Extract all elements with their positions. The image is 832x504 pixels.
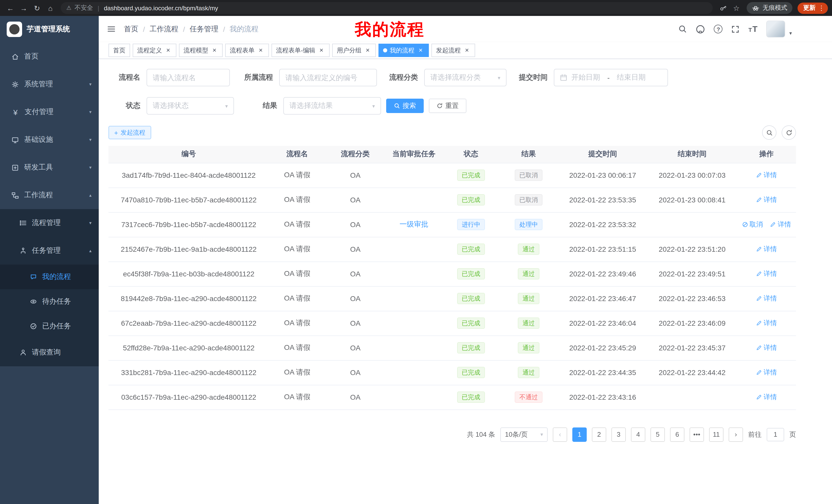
table-row[interactable]: 3ad174fb-7b9d-11ec-8404-acde48001122 OA … (108, 163, 796, 188)
close-icon[interactable]: × (211, 47, 218, 54)
detail-link[interactable]: 详情 (756, 343, 777, 353)
prev-page-button[interactable]: ‹ (553, 427, 567, 442)
goto-page-input[interactable] (767, 428, 784, 441)
sidebar-item-infrastructure[interactable]: 基础设施 ▾ (0, 126, 99, 153)
bookmark-star-icon[interactable]: ☆ (730, 2, 743, 14)
next-page-button[interactable]: › (729, 427, 743, 442)
table-row[interactable]: 2152467e-7b9b-11ec-9a1b-acde48001122 OA … (108, 237, 796, 261)
breadcrumb-home[interactable]: 首页 (124, 24, 138, 34)
sidebar-item-process-management[interactable]: 流程管理 ▾ (0, 209, 99, 237)
submit-time-range-picker[interactable]: 开始日期 - 结束日期 (554, 69, 668, 86)
cancel-link[interactable]: 取消 (742, 220, 763, 229)
help-icon[interactable]: ? (714, 25, 723, 33)
search-icon[interactable] (678, 25, 687, 33)
tab[interactable]: 流程表单-编辑 × (271, 44, 330, 57)
close-icon[interactable]: × (164, 47, 172, 54)
close-icon[interactable]: × (257, 47, 264, 54)
page-button[interactable]: 4 (631, 427, 645, 442)
detail-link[interactable]: 详情 (756, 269, 777, 278)
parent-process-input[interactable] (279, 69, 377, 86)
tab[interactable]: 首页 × (108, 44, 130, 57)
table-row[interactable]: ec45f38f-7b9a-11ec-b03b-acde48001122 OA … (108, 261, 796, 286)
font-size-icon[interactable]: TT (749, 24, 757, 34)
page-button[interactable]: 6 (670, 427, 684, 442)
breadcrumb-workflow[interactable]: 工作流程 (150, 24, 178, 34)
detail-link[interactable]: 详情 (756, 318, 777, 328)
tab[interactable]: 用户分组 × (332, 44, 376, 57)
github-icon[interactable] (696, 24, 705, 34)
page-button[interactable]: ••• (690, 427, 704, 442)
sidebar-item-payment[interactable]: ¥ 支付管理 ▾ (0, 98, 99, 126)
cancel-icon (742, 221, 748, 228)
page-button[interactable]: 1 (572, 427, 587, 442)
sidebar-item-workflow[interactable]: 工作流程 ▴ (0, 181, 99, 209)
security-label: 不安全 (75, 4, 93, 12)
table-row[interactable]: 7317cec6-7b9b-11ec-b5b7-acde48001122 OA … (108, 212, 796, 237)
sidebar-item-done-tasks[interactable]: 已办任务 (0, 314, 99, 339)
menu-dots-icon[interactable]: ⋮ (818, 4, 825, 12)
sidebar-item-system[interactable]: 系统管理 ▾ (0, 71, 99, 98)
tab[interactable]: 发起流程 × (432, 44, 475, 57)
forward-icon[interactable]: → (18, 2, 30, 14)
search-button[interactable]: 搜索 (386, 99, 424, 113)
refresh-icon[interactable] (782, 125, 796, 140)
hamburger-icon[interactable] (107, 25, 116, 33)
password-key-icon[interactable] (717, 2, 729, 14)
close-icon[interactable]: × (417, 47, 424, 54)
detail-link[interactable]: 详情 (756, 393, 777, 402)
page-button[interactable]: 2 (592, 427, 606, 442)
close-icon[interactable]: × (463, 47, 470, 54)
cell-submit-time: 2022-01-22 23:46:47 (558, 286, 647, 311)
reset-button[interactable]: 重置 (429, 99, 466, 113)
close-icon[interactable]: × (364, 47, 371, 54)
address-bar[interactable]: ⚠ 不安全 | dashboard.yudao.iocoder.cn/bpm/t… (61, 2, 713, 14)
tab[interactable]: 我的流程 × (379, 44, 429, 57)
breadcrumb-separator: / (143, 25, 145, 33)
status-select[interactable]: 请选择状态 ▾ (147, 97, 234, 115)
chevron-down-icon[interactable]: ▾ (789, 30, 792, 36)
detail-link[interactable]: 详情 (756, 171, 777, 180)
page-button[interactable]: 3 (612, 427, 626, 442)
avatar[interactable] (766, 21, 785, 37)
result-select[interactable]: 请选择流结果 ▾ (283, 97, 381, 115)
fullscreen-icon[interactable] (731, 25, 740, 33)
sidebar-item-leave-query[interactable]: 请假查询 (0, 339, 99, 366)
status-tag: 已完成 (457, 367, 485, 378)
sidebar-item-home[interactable]: 首页 (0, 43, 99, 71)
table-row[interactable]: 7470a810-7b9b-11ec-b5b7-acde48001122 OA … (108, 188, 796, 212)
table-row[interactable]: 52ffd28e-7b9a-11ec-a290-acde48001122 OA … (108, 335, 796, 360)
page-button[interactable]: 5 (650, 427, 665, 442)
category-select[interactable]: 请选择流程分类 ▾ (424, 69, 506, 86)
tab[interactable]: 流程定义 × (133, 44, 176, 57)
detail-link[interactable]: 详情 (756, 294, 777, 303)
tab[interactable]: 流程模型 × (179, 44, 223, 57)
close-icon[interactable]: × (318, 47, 325, 54)
sidebar-item-my-process[interactable]: 我的流程 (0, 264, 99, 289)
detail-link[interactable]: 详情 (756, 368, 777, 377)
home-icon[interactable]: ⌂ (44, 2, 57, 14)
page-size-select[interactable]: 10条/页 ▾ (500, 427, 548, 442)
table-row[interactable]: 331bc281-7b9a-11ec-a290-acde48001122 OA … (108, 360, 796, 385)
process-name-input[interactable] (147, 69, 230, 86)
table-row[interactable]: 03c6c157-7b9a-11ec-a290-acde48001122 OA … (108, 385, 796, 410)
table-row[interactable]: 67c2eaab-7b9a-11ec-a290-acde48001122 OA … (108, 311, 796, 335)
sidebar-item-devtools[interactable]: 研发工具 ▾ (0, 153, 99, 181)
page-button[interactable]: 11 (709, 427, 724, 442)
breadcrumb-task-management[interactable]: 任务管理 (190, 24, 218, 34)
tab[interactable]: 流程表单 × (225, 44, 269, 57)
toggle-search-icon[interactable] (762, 125, 777, 140)
back-icon[interactable]: ← (4, 2, 17, 14)
sidebar-item-todo-tasks[interactable]: 待办任务 (0, 289, 99, 314)
update-button[interactable]: 更新 ⋮ (798, 2, 828, 13)
sidebar-item-task-management[interactable]: 任务管理 ▴ (0, 237, 99, 264)
app-logo-row[interactable]: 芋道管理系统 (0, 16, 99, 43)
task-link[interactable]: 一级审批 (399, 220, 428, 228)
detail-link[interactable]: 详情 (756, 195, 777, 204)
detail-link[interactable]: 详情 (770, 220, 791, 229)
table-row[interactable]: 819442e8-7b9a-11ec-a290-acde48001122 OA … (108, 286, 796, 311)
reload-icon[interactable]: ↻ (31, 2, 43, 14)
create-process-button[interactable]: + 发起流程 (108, 126, 151, 139)
detail-link[interactable]: 详情 (756, 245, 777, 254)
cell-result: 通过 (499, 261, 558, 286)
chevron-down-icon: ▾ (498, 75, 500, 80)
